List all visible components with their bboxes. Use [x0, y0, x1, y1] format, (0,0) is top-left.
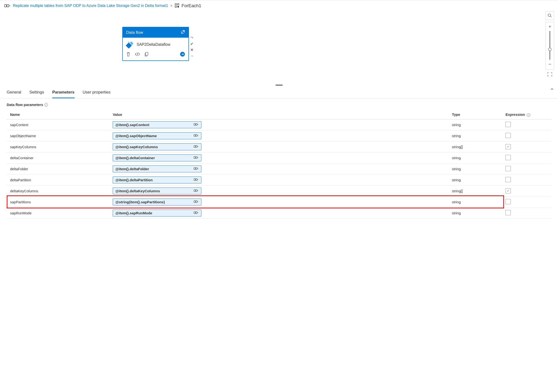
failure-handle-icon[interactable]: ✕ [190, 48, 193, 52]
param-expression-cell [502, 174, 551, 185]
param-value-input[interactable]: @string(item().sapPartitions) [113, 199, 201, 205]
svg-rect-1 [7, 5, 9, 7]
svg-rect-22 [196, 190, 197, 192]
svg-rect-25 [194, 212, 195, 214]
svg-rect-20 [196, 179, 197, 181]
param-name-cell: deltaKeyColumns [7, 185, 109, 196]
param-value-input[interactable]: @item().deltaKeyColumns [113, 187, 201, 194]
dataflow-icon: ↷ [126, 41, 133, 48]
param-expression-cell: ✓ [502, 185, 551, 196]
param-expression-cell [502, 163, 551, 174]
info-icon[interactable]: i [527, 113, 530, 117]
fit-to-screen-icon[interactable] [547, 71, 553, 78]
pipeline-icon[interactable] [193, 167, 199, 171]
param-value-input[interactable]: @item().sapContext [113, 121, 201, 128]
zoom-in-icon[interactable]: + [549, 24, 551, 29]
param-type-cell: string [449, 130, 502, 141]
activity-body: ↷ SAP2DeltaDataflow [123, 38, 189, 50]
param-value-cell: @item().deltaKeyColumns [109, 185, 449, 196]
table-row: sapObjectName@item().sapObjectNamestring [7, 130, 551, 141]
expression-checkbox[interactable] [506, 199, 511, 204]
expression-checkbox[interactable] [506, 133, 511, 138]
table-row: sapContext@item().sapContextstring [7, 119, 551, 130]
pipeline-icon[interactable] [193, 189, 199, 193]
svg-rect-2 [175, 4, 176, 5]
breadcrumb-parent-link[interactable]: Replicate multiple tables from SAP ODP t… [13, 4, 168, 8]
col-header-name: Name [7, 110, 109, 119]
param-value-input[interactable]: @item().sapRunMode [113, 209, 201, 217]
pipeline-icon[interactable] [193, 123, 199, 127]
param-value-input[interactable]: @item().sapKeyColumns [113, 143, 201, 150]
search-button[interactable] [546, 11, 554, 20]
svg-rect-5 [177, 6, 179, 8]
param-value-input[interactable]: @item().sapObjectName [113, 132, 201, 139]
param-type-cell: string[] [449, 141, 502, 152]
pipeline-canvas[interactable]: Data flow ↷ SAP2DeltaDataflow [0, 11, 558, 86]
svg-rect-12 [196, 134, 197, 136]
col-header-value: Value [109, 110, 449, 119]
param-name-cell: sapRunMode [7, 207, 109, 218]
param-expression-cell: ✓ [502, 141, 551, 152]
expression-checkbox[interactable] [506, 155, 511, 160]
svg-rect-19 [194, 179, 195, 181]
param-expression-cell [502, 207, 551, 218]
open-external-icon[interactable] [181, 30, 185, 35]
activity-type-label: Data flow [126, 30, 143, 35]
param-expression-cell [502, 196, 551, 207]
table-row: sapPartitions@string(item().sapPartition… [7, 196, 551, 207]
table-row: deltaContainer@item().deltaContainerstri… [7, 152, 551, 163]
run-arrow-icon[interactable] [180, 52, 185, 58]
code-icon[interactable] [135, 52, 140, 57]
svg-rect-14 [196, 146, 197, 148]
breadcrumb-bar: Replicate multiple tables from SAP ODP t… [0, 0, 558, 11]
clone-icon[interactable] [144, 52, 149, 57]
param-value-cell: @item().sapKeyColumns [109, 141, 449, 152]
svg-rect-16 [196, 157, 197, 158]
svg-rect-4 [175, 6, 176, 8]
pipeline-icon[interactable] [193, 134, 199, 138]
param-expression-cell [502, 152, 551, 163]
pipeline-icon[interactable] [193, 200, 199, 204]
pipeline-icon[interactable] [193, 178, 199, 182]
expression-checkbox[interactable]: ✓ [506, 144, 511, 149]
pipeline-icon[interactable] [193, 211, 199, 215]
completion-handle-icon[interactable]: → [190, 54, 194, 58]
zoom-slider[interactable]: + − [546, 22, 554, 70]
param-type-cell: string [449, 207, 502, 218]
svg-rect-24 [196, 201, 197, 203]
param-type-cell: string [449, 163, 502, 174]
tab-parameters[interactable]: Parameters [52, 88, 75, 98]
param-expression-cell [502, 119, 551, 130]
param-value-input[interactable]: @item().deltaFolder [113, 166, 201, 172]
zoom-out-icon[interactable]: − [549, 61, 551, 67]
expression-checkbox[interactable]: ✓ [506, 188, 511, 193]
expression-checkbox[interactable] [506, 210, 511, 215]
param-value-input[interactable]: @item().deltaPartition [113, 176, 201, 183]
section-title: Data flow parameters i [7, 103, 551, 107]
tab-user-properties[interactable]: User properties [83, 88, 111, 98]
success-handle-icon[interactable]: ✔ [190, 42, 193, 45]
info-icon[interactable]: i [45, 103, 48, 106]
svg-rect-21 [194, 190, 195, 192]
expression-checkbox[interactable] [506, 177, 511, 182]
param-value-cell: @item().sapObjectName [109, 130, 449, 141]
param-value-input[interactable]: @item().deltaContainer [113, 154, 201, 161]
table-row: deltaFolder@item().deltaFolderstring [7, 163, 551, 174]
col-header-type: Type [449, 110, 502, 119]
param-type-cell: string [449, 196, 502, 207]
dataflow-activity-card[interactable]: Data flow ↷ SAP2DeltaDataflow [122, 27, 189, 61]
activity-status-handles: ↷ ✔ ✕ → [190, 36, 194, 58]
delete-icon[interactable] [126, 52, 131, 57]
param-name-cell: sapPartitions [7, 196, 109, 207]
expression-checkbox[interactable] [506, 166, 511, 171]
pipeline-icon[interactable] [193, 145, 199, 149]
tab-general[interactable]: General [7, 88, 21, 98]
svg-point-8 [548, 14, 551, 17]
breadcrumb-separator: > [171, 4, 172, 8]
retry-handle-icon[interactable]: ↷ [190, 36, 193, 40]
expression-checkbox[interactable] [506, 122, 511, 127]
collapse-panel-icon[interactable] [550, 87, 554, 92]
breadcrumb-current: ForEach1 [182, 3, 201, 9]
tab-settings[interactable]: Settings [29, 88, 44, 98]
pipeline-icon[interactable] [193, 156, 199, 160]
